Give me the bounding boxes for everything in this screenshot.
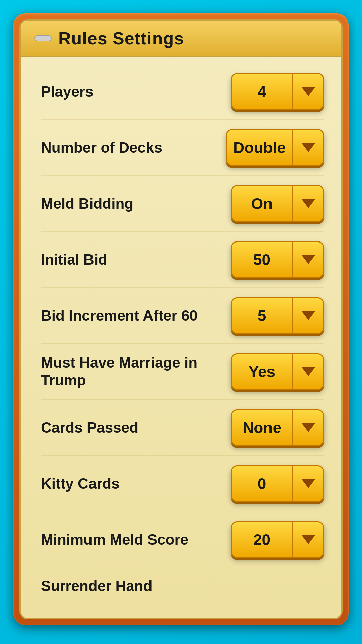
- settings-list: Players4Number of DecksDoubleMeld Biddin…: [21, 57, 341, 618]
- setting-row-initial-bid: Initial Bid50: [41, 232, 324, 288]
- chevron-down-icon: [302, 87, 315, 96]
- dropdown-value-minimum-meld-score: 20: [232, 531, 292, 549]
- label-bid-increment: Bid Increment After 60: [41, 307, 198, 325]
- inner-panel: Rules Settings Players4Number of DecksDo…: [19, 19, 343, 619]
- dropdown-arrow-area: [293, 522, 323, 557]
- setting-row-surrender-hand: Surrender Hand: [41, 568, 324, 604]
- dropdown-cards-passed[interactable]: None: [231, 409, 324, 446]
- dropdown-value-players: 4: [232, 83, 292, 101]
- dropdown-players[interactable]: 4: [231, 73, 324, 110]
- chevron-down-icon: [302, 367, 315, 376]
- chevron-down-icon: [302, 423, 315, 432]
- setting-row-must-have-marriage: Must Have Marriage in TrumpYes: [41, 344, 324, 400]
- dropdown-arrow-area: [293, 186, 323, 221]
- label-number-of-decks: Number of Decks: [41, 139, 162, 157]
- title-bar: Rules Settings: [21, 21, 341, 57]
- setting-row-players: Players4: [41, 64, 324, 120]
- setting-row-bid-increment: Bid Increment After 605: [41, 288, 324, 344]
- chevron-down-icon: [302, 311, 315, 320]
- minus-icon: [34, 35, 52, 41]
- label-surrender-hand: Surrender Hand: [41, 577, 153, 595]
- setting-row-number-of-decks: Number of DecksDouble: [41, 120, 324, 176]
- dropdown-arrow-area: [293, 242, 323, 277]
- label-initial-bid: Initial Bid: [41, 251, 107, 269]
- dropdown-minimum-meld-score[interactable]: 20: [231, 521, 324, 558]
- dropdown-value-cards-passed: None: [232, 419, 292, 437]
- dropdown-number-of-decks[interactable]: Double: [226, 129, 324, 166]
- dropdown-must-have-marriage[interactable]: Yes: [231, 353, 324, 390]
- dropdown-arrow-area: [293, 410, 323, 445]
- dropdown-bid-increment[interactable]: 5: [231, 297, 324, 334]
- dropdown-initial-bid[interactable]: 50: [231, 241, 324, 278]
- label-minimum-meld-score: Minimum Meld Score: [41, 531, 188, 549]
- label-kitty-cards: Kitty Cards: [41, 475, 120, 493]
- setting-row-cards-passed: Cards PassedNone: [41, 400, 324, 456]
- setting-row-kitty-cards: Kitty Cards0: [41, 456, 324, 512]
- label-meld-bidding: Meld Bidding: [41, 195, 133, 213]
- chevron-down-icon: [302, 479, 315, 488]
- dropdown-arrow-area: [293, 298, 323, 333]
- dropdown-arrow-area: [293, 130, 323, 165]
- dropdown-value-must-have-marriage: Yes: [232, 363, 292, 381]
- label-cards-passed: Cards Passed: [41, 419, 138, 437]
- chevron-down-icon: [302, 255, 315, 264]
- setting-row-meld-bidding: Meld BiddingOn: [41, 176, 324, 232]
- dropdown-arrow-area: [293, 74, 323, 109]
- dropdown-value-kitty-cards: 0: [232, 475, 292, 493]
- outer-frame: Rules Settings Players4Number of DecksDo…: [13, 13, 349, 625]
- dropdown-value-number-of-decks: Double: [227, 139, 292, 157]
- setting-row-minimum-meld-score: Minimum Meld Score20: [41, 512, 324, 568]
- label-must-have-marriage: Must Have Marriage in Trump: [41, 354, 215, 389]
- dropdown-value-meld-bidding: On: [232, 195, 292, 213]
- dropdown-arrow-area: [293, 354, 323, 389]
- chevron-down-icon: [302, 199, 315, 208]
- dropdown-arrow-area: [293, 466, 323, 501]
- dropdown-meld-bidding[interactable]: On: [231, 185, 324, 222]
- page-title: Rules Settings: [58, 28, 184, 48]
- label-players: Players: [41, 83, 94, 101]
- chevron-down-icon: [302, 143, 315, 152]
- chevron-down-icon: [302, 535, 315, 544]
- dropdown-value-initial-bid: 50: [232, 251, 292, 269]
- dropdown-kitty-cards[interactable]: 0: [231, 465, 324, 502]
- dropdown-value-bid-increment: 5: [232, 307, 292, 325]
